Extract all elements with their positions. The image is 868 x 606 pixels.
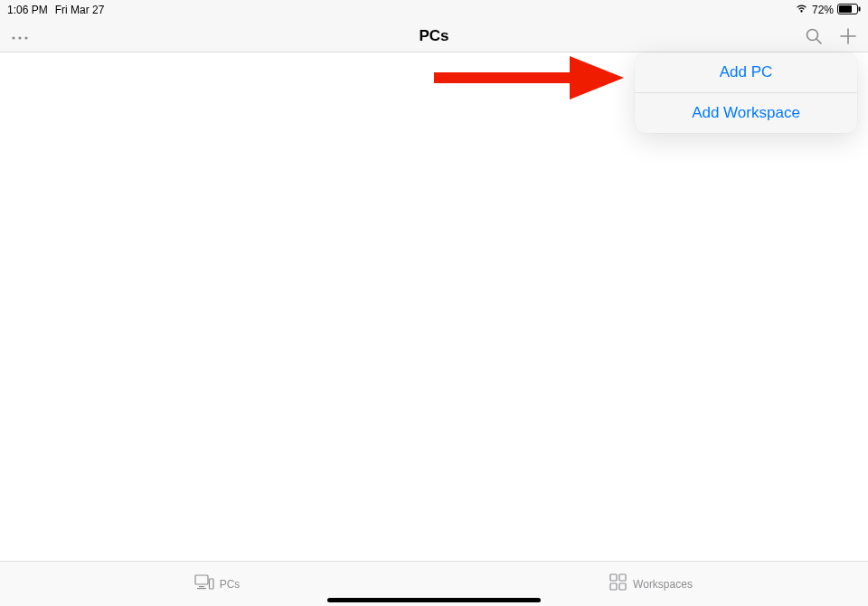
plus-icon <box>839 27 857 45</box>
home-indicator[interactable] <box>327 598 541 602</box>
svg-rect-14 <box>197 588 206 589</box>
add-menu-popover: Add PC Add Workspace <box>635 52 857 133</box>
add-pc-option[interactable]: Add PC <box>635 52 857 92</box>
svg-rect-16 <box>610 574 617 581</box>
search-icon <box>805 27 823 45</box>
more-button[interactable] <box>11 26 38 45</box>
status-time: 1:06 PM <box>7 4 48 16</box>
svg-rect-1 <box>839 5 852 13</box>
svg-rect-18 <box>610 583 617 590</box>
search-button[interactable] <box>805 27 823 45</box>
svg-rect-19 <box>619 583 626 590</box>
pc-icon <box>194 574 214 593</box>
svg-rect-17 <box>619 574 626 581</box>
annotation-arrow <box>434 56 624 103</box>
svg-rect-12 <box>195 575 208 584</box>
page-title: PCs <box>419 27 448 45</box>
svg-marker-11 <box>570 56 624 99</box>
tab-pcs-label: PCs <box>220 578 241 591</box>
battery-percent: 72% <box>812 4 834 16</box>
workspaces-icon <box>609 573 627 594</box>
svg-line-7 <box>816 39 821 43</box>
add-workspace-option[interactable]: Add Workspace <box>635 93 857 133</box>
battery-icon <box>837 4 861 17</box>
status-date: Fri Mar 27 <box>55 4 105 16</box>
svg-rect-2 <box>859 6 861 11</box>
tab-workspaces-label: Workspaces <box>633 578 693 591</box>
svg-point-4 <box>18 36 21 39</box>
add-button[interactable] <box>839 27 857 45</box>
svg-rect-10 <box>434 72 579 83</box>
nav-bar: PCs <box>0 20 868 52</box>
arrow-icon <box>434 56 624 99</box>
wifi-icon <box>795 4 808 16</box>
svg-point-5 <box>24 36 27 39</box>
add-workspace-label: Add Workspace <box>692 104 800 122</box>
svg-point-3 <box>12 36 14 39</box>
add-pc-label: Add PC <box>720 63 773 81</box>
svg-rect-15 <box>209 579 213 589</box>
status-bar: 1:06 PM Fri Mar 27 72% <box>0 0 868 20</box>
svg-rect-13 <box>199 586 204 587</box>
